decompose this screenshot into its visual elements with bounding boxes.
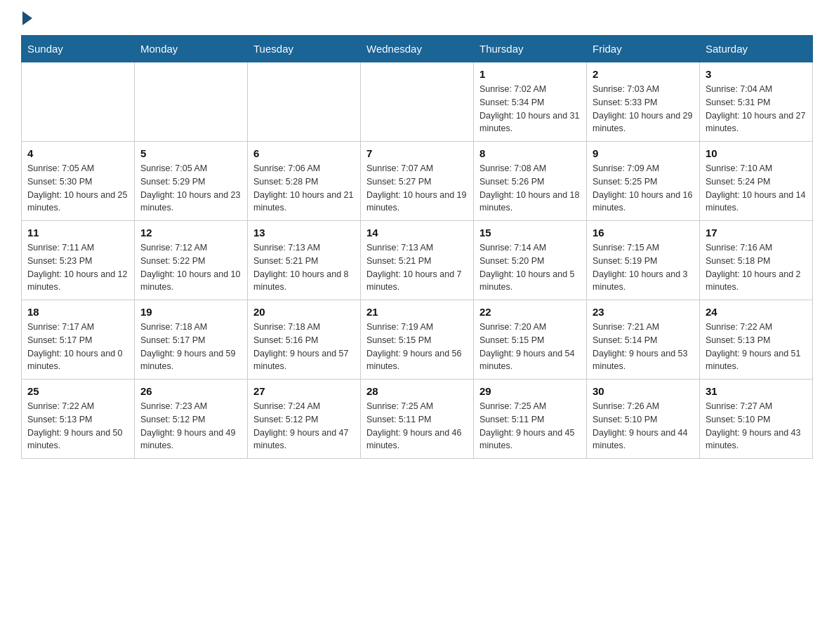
table-row: 2Sunrise: 7:03 AMSunset: 5:33 PMDaylight… (587, 62, 700, 142)
day-number: 7 (366, 147, 468, 159)
day-number: 28 (366, 385, 468, 397)
day-info: Sunrise: 7:20 AMSunset: 5:15 PMDaylight:… (479, 321, 581, 373)
table-row: 18Sunrise: 7:17 AMSunset: 5:17 PMDayligh… (22, 300, 135, 380)
day-info: Sunrise: 7:18 AMSunset: 5:16 PMDaylight:… (253, 321, 355, 373)
col-thursday: Thursday (474, 36, 587, 62)
day-number: 17 (706, 227, 807, 239)
table-row: 6Sunrise: 7:06 AMSunset: 5:28 PMDaylight… (248, 142, 361, 221)
day-info: Sunrise: 7:17 AMSunset: 5:17 PMDaylight:… (27, 321, 128, 373)
table-row: 21Sunrise: 7:19 AMSunset: 5:15 PMDayligh… (361, 300, 474, 380)
day-info: Sunrise: 7:14 AMSunset: 5:20 PMDaylight:… (479, 241, 581, 294)
logo (21, 14, 32, 21)
col-tuesday: Tuesday (248, 36, 361, 62)
day-number: 26 (140, 385, 241, 397)
table-row: 16Sunrise: 7:15 AMSunset: 5:19 PMDayligh… (587, 221, 700, 300)
day-info: Sunrise: 7:16 AMSunset: 5:18 PMDaylight:… (706, 241, 807, 294)
calendar-week-row: 4Sunrise: 7:05 AMSunset: 5:30 PMDaylight… (22, 142, 813, 221)
table-row: 8Sunrise: 7:08 AMSunset: 5:26 PMDaylight… (474, 142, 587, 221)
day-number: 11 (27, 227, 128, 239)
day-info: Sunrise: 7:07 AMSunset: 5:27 PMDaylight:… (366, 162, 468, 215)
page-header (21, 14, 813, 21)
day-info: Sunrise: 7:02 AMSunset: 5:34 PMDaylight:… (479, 83, 581, 135)
table-row: 3Sunrise: 7:04 AMSunset: 5:31 PMDaylight… (700, 62, 813, 142)
day-number: 8 (479, 147, 581, 159)
table-row: 24Sunrise: 7:22 AMSunset: 5:13 PMDayligh… (700, 300, 813, 380)
day-info: Sunrise: 7:18 AMSunset: 5:17 PMDaylight:… (140, 321, 241, 373)
table-row (135, 62, 248, 142)
day-info: Sunrise: 7:12 AMSunset: 5:22 PMDaylight:… (140, 241, 241, 294)
col-monday: Monday (135, 36, 248, 62)
table-row: 26Sunrise: 7:23 AMSunset: 5:12 PMDayligh… (135, 380, 248, 459)
calendar-week-row: 11Sunrise: 7:11 AMSunset: 5:23 PMDayligh… (22, 221, 813, 300)
calendar-week-row: 25Sunrise: 7:22 AMSunset: 5:13 PMDayligh… (22, 380, 813, 459)
table-row (22, 62, 135, 142)
table-row: 5Sunrise: 7:05 AMSunset: 5:29 PMDaylight… (135, 142, 248, 221)
day-info: Sunrise: 7:25 AMSunset: 5:11 PMDaylight:… (366, 400, 468, 452)
day-info: Sunrise: 7:11 AMSunset: 5:23 PMDaylight:… (27, 241, 128, 294)
day-number: 29 (479, 385, 581, 397)
day-number: 2 (593, 68, 694, 80)
col-saturday: Saturday (700, 36, 813, 62)
day-number: 13 (253, 227, 355, 239)
table-row: 19Sunrise: 7:18 AMSunset: 5:17 PMDayligh… (135, 300, 248, 380)
day-number: 31 (706, 385, 807, 397)
table-row: 11Sunrise: 7:11 AMSunset: 5:23 PMDayligh… (22, 221, 135, 300)
day-info: Sunrise: 7:22 AMSunset: 5:13 PMDaylight:… (706, 321, 807, 373)
table-row: 4Sunrise: 7:05 AMSunset: 5:30 PMDaylight… (22, 142, 135, 221)
day-info: Sunrise: 7:27 AMSunset: 5:10 PMDaylight:… (706, 400, 807, 452)
day-number: 15 (479, 227, 581, 239)
day-info: Sunrise: 7:25 AMSunset: 5:11 PMDaylight:… (479, 400, 581, 452)
table-row (248, 62, 361, 142)
calendar-table: Sunday Monday Tuesday Wednesday Thursday… (21, 35, 813, 459)
day-number: 20 (253, 306, 355, 318)
day-info: Sunrise: 7:05 AMSunset: 5:29 PMDaylight:… (140, 162, 241, 215)
day-number: 3 (706, 68, 807, 80)
table-row: 29Sunrise: 7:25 AMSunset: 5:11 PMDayligh… (474, 380, 587, 459)
day-info: Sunrise: 7:23 AMSunset: 5:12 PMDaylight:… (140, 400, 241, 452)
calendar-header-row: Sunday Monday Tuesday Wednesday Thursday… (22, 36, 813, 62)
table-row: 10Sunrise: 7:10 AMSunset: 5:24 PMDayligh… (700, 142, 813, 221)
day-number: 5 (140, 147, 241, 159)
table-row: 15Sunrise: 7:14 AMSunset: 5:20 PMDayligh… (474, 221, 587, 300)
day-number: 9 (593, 147, 694, 159)
day-info: Sunrise: 7:24 AMSunset: 5:12 PMDaylight:… (253, 400, 355, 452)
day-number: 16 (593, 227, 694, 239)
day-info: Sunrise: 7:26 AMSunset: 5:10 PMDaylight:… (593, 400, 694, 452)
day-info: Sunrise: 7:19 AMSunset: 5:15 PMDaylight:… (366, 321, 468, 373)
col-friday: Friday (587, 36, 700, 62)
table-row: 22Sunrise: 7:20 AMSunset: 5:15 PMDayligh… (474, 300, 587, 380)
table-row: 25Sunrise: 7:22 AMSunset: 5:13 PMDayligh… (22, 380, 135, 459)
day-number: 10 (706, 147, 807, 159)
table-row: 1Sunrise: 7:02 AMSunset: 5:34 PMDaylight… (474, 62, 587, 142)
table-row: 30Sunrise: 7:26 AMSunset: 5:10 PMDayligh… (587, 380, 700, 459)
day-info: Sunrise: 7:09 AMSunset: 5:25 PMDaylight:… (593, 162, 694, 215)
day-info: Sunrise: 7:13 AMSunset: 5:21 PMDaylight:… (366, 241, 468, 294)
day-info: Sunrise: 7:04 AMSunset: 5:31 PMDaylight:… (706, 83, 807, 135)
day-number: 19 (140, 306, 241, 318)
day-number: 1 (479, 68, 581, 80)
logo-arrow-icon (22, 11, 32, 25)
table-row: 31Sunrise: 7:27 AMSunset: 5:10 PMDayligh… (700, 380, 813, 459)
day-number: 18 (27, 306, 128, 318)
table-row: 12Sunrise: 7:12 AMSunset: 5:22 PMDayligh… (135, 221, 248, 300)
col-wednesday: Wednesday (361, 36, 474, 62)
table-row: 14Sunrise: 7:13 AMSunset: 5:21 PMDayligh… (361, 221, 474, 300)
day-info: Sunrise: 7:15 AMSunset: 5:19 PMDaylight:… (593, 241, 694, 294)
calendar-week-row: 18Sunrise: 7:17 AMSunset: 5:17 PMDayligh… (22, 300, 813, 380)
day-info: Sunrise: 7:22 AMSunset: 5:13 PMDaylight:… (27, 400, 128, 452)
day-number: 12 (140, 227, 241, 239)
table-row: 20Sunrise: 7:18 AMSunset: 5:16 PMDayligh… (248, 300, 361, 380)
table-row: 13Sunrise: 7:13 AMSunset: 5:21 PMDayligh… (248, 221, 361, 300)
table-row: 27Sunrise: 7:24 AMSunset: 5:12 PMDayligh… (248, 380, 361, 459)
table-row: 7Sunrise: 7:07 AMSunset: 5:27 PMDaylight… (361, 142, 474, 221)
day-info: Sunrise: 7:06 AMSunset: 5:28 PMDaylight:… (253, 162, 355, 215)
day-info: Sunrise: 7:03 AMSunset: 5:33 PMDaylight:… (593, 83, 694, 135)
day-info: Sunrise: 7:21 AMSunset: 5:14 PMDaylight:… (593, 321, 694, 373)
day-number: 22 (479, 306, 581, 318)
day-number: 24 (706, 306, 807, 318)
day-info: Sunrise: 7:10 AMSunset: 5:24 PMDaylight:… (706, 162, 807, 215)
col-sunday: Sunday (22, 36, 135, 62)
day-number: 21 (366, 306, 468, 318)
calendar-week-row: 1Sunrise: 7:02 AMSunset: 5:34 PMDaylight… (22, 62, 813, 142)
day-number: 6 (253, 147, 355, 159)
